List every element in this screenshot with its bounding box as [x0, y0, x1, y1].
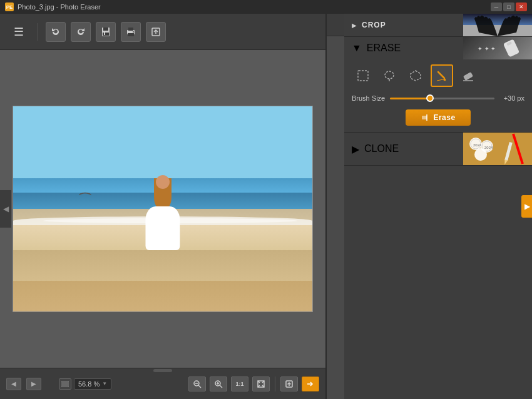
panel-arrow-icon: ▶	[524, 202, 530, 211]
crop-thumbnail	[463, 14, 532, 36]
polygon-lasso-tool[interactable]	[404, 64, 427, 87]
svg-rect-6	[128, 33, 134, 36]
canvas-inner	[0, 50, 325, 368]
svg-line-13	[198, 385, 201, 388]
svg-line-16	[220, 385, 222, 388]
crop-label: CROP	[362, 21, 386, 29]
svg-point-7	[133, 31, 134, 33]
svg-rect-1	[103, 28, 108, 31]
maximize-button[interactable]: □	[503, 3, 514, 11]
minimize-button[interactable]: ─	[491, 3, 502, 11]
girl-figure	[141, 175, 185, 250]
svg-point-47	[474, 148, 487, 161]
svg-rect-5	[128, 28, 133, 31]
crop-arrow-icon: ▶	[352, 22, 357, 29]
brush-size-value: +30 px	[499, 94, 524, 102]
close-button[interactable]: ✕	[516, 3, 527, 11]
erase-bg-art: ✦ ✦ ✦	[463, 37, 532, 59]
reset-zoom-button[interactable]: 1:1	[231, 376, 248, 391]
svg-text:2024: 2024	[473, 143, 482, 147]
print-button[interactable]	[121, 22, 141, 42]
svg-text:✦ ✦ ✦: ✦ ✦ ✦	[478, 46, 496, 52]
zoom-in-button[interactable]	[210, 376, 227, 391]
erase-button[interactable]: Erase	[406, 109, 470, 126]
zoom-out-button[interactable]	[188, 376, 206, 391]
girl-head	[156, 175, 170, 189]
zoom-value-display[interactable]: 56.8 % ▼	[74, 378, 111, 390]
rect-select-tool[interactable]	[352, 64, 374, 87]
svg-rect-38	[422, 116, 427, 119]
brush-size-row: Brush Size +30 px	[344, 92, 532, 107]
svg-point-31	[385, 71, 394, 79]
app-icon: PE	[5, 3, 14, 11]
clone-section: ▶ CLONE 2024 2024	[344, 133, 532, 166]
svg-rect-30	[358, 71, 368, 81]
tools-row	[344, 59, 532, 92]
zoom-controls: 56.8 % ▼	[59, 378, 111, 390]
clone-bg-art: 2024 2024	[463, 133, 532, 165]
window-title: Photo_3.jpg - Photo Eraser	[18, 3, 101, 11]
brush-size-slider[interactable]	[390, 98, 494, 99]
svg-rect-27	[503, 39, 519, 57]
status-separator	[275, 376, 275, 391]
lasso-select-tool[interactable]	[378, 64, 401, 87]
eraser-tool[interactable]	[457, 64, 479, 87]
zoom-dropdown-arrow: ▼	[102, 381, 107, 386]
svg-line-34	[438, 72, 444, 78]
export-button[interactable]	[146, 22, 166, 42]
crop-hands-svg	[463, 14, 532, 36]
svg-line-35	[437, 79, 443, 81]
clone-thumbnail: 2024 2024	[463, 133, 532, 165]
next-image-button[interactable]: ▶	[26, 378, 41, 390]
scroll-indicator	[153, 369, 172, 372]
brush-tool[interactable]	[431, 64, 453, 87]
export2-button[interactable]	[280, 376, 298, 391]
svg-rect-11	[62, 381, 68, 386]
erase-thumbnail: ✦ ✦ ✦	[463, 37, 532, 59]
clone-section-header[interactable]: ▶ CLONE 2024 2024	[344, 133, 532, 165]
save-button[interactable]	[96, 22, 116, 42]
photo-background	[13, 106, 312, 311]
svg-text:2024: 2024	[484, 146, 493, 149]
clone-arrow-icon: ▶	[352, 143, 359, 155]
erase-bottle-svg: ✦ ✦ ✦	[474, 38, 531, 58]
clone-divider	[344, 165, 532, 166]
window-controls: ─ □ ✕	[491, 3, 527, 11]
canvas-area: ◀	[0, 50, 325, 368]
erase-section: ▼ ERASE ✦ ✦ ✦	[344, 37, 532, 133]
crop-section-header[interactable]: ▶ CROP	[344, 14, 532, 36]
finish-button[interactable]	[302, 376, 319, 391]
fit-view-button[interactable]	[252, 376, 270, 391]
status-bar: ◀ ▶ 56.8 % ▼ 1:1	[0, 368, 325, 399]
right-panel: ▶ CROP ▼ ERASE	[344, 14, 532, 399]
erase-button-row: Erase	[344, 107, 532, 132]
toolbar-separator-1	[38, 23, 38, 41]
reset-zoom-label: 1:1	[235, 381, 243, 387]
erase-section-header[interactable]: ▼ ERASE ✦ ✦ ✦	[344, 37, 532, 59]
prev-image-button[interactable]: ◀	[6, 378, 21, 390]
view-controls: 1:1	[188, 376, 319, 391]
thumbnail-icon	[59, 378, 71, 390]
clone-label: CLONE	[364, 143, 399, 154]
redo-button[interactable]	[71, 22, 91, 42]
svg-marker-33	[411, 71, 421, 81]
zoom-percentage: 56.8 %	[78, 380, 100, 388]
brush-slider-knob	[426, 94, 434, 102]
svg-rect-3	[104, 33, 105, 35]
menu-button[interactable]: ☰	[8, 22, 30, 42]
clone-art-svg: 2024 2024	[463, 133, 532, 165]
svg-rect-2	[103, 33, 109, 36]
title-bar: PE Photo_3.jpg - Photo Eraser ─ □ ✕	[0, 0, 532, 14]
erase-button-label: Erase	[433, 113, 455, 122]
panel-expand-arrow[interactable]: ▶	[521, 195, 532, 218]
erase-arrow-icon: ▼	[352, 43, 362, 54]
erase-label: ERASE	[367, 43, 401, 54]
brush-size-label: Brush Size	[352, 94, 385, 102]
undo-button[interactable]	[46, 22, 66, 42]
crop-bg-art	[463, 14, 532, 36]
title-bar-text: PE Photo_3.jpg - Photo Eraser	[5, 3, 101, 11]
photo-container	[13, 106, 313, 312]
vertical-separator	[325, 14, 327, 399]
girl-body	[146, 206, 180, 250]
toolbar: ☰	[0, 14, 325, 50]
